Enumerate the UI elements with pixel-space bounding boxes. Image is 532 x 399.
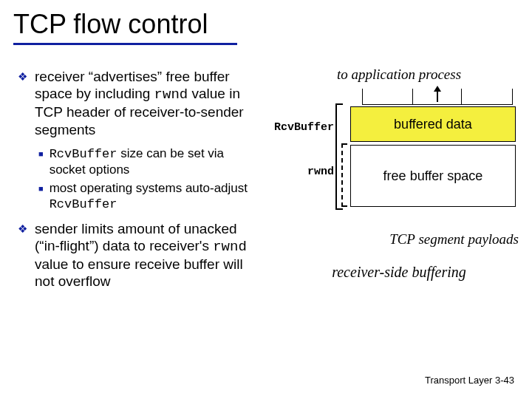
free-buffer-label: free buffer space bbox=[383, 168, 483, 184]
slide-footer: Transport Layer 3-43 bbox=[425, 375, 514, 386]
bullet-1-text: receiver “advertises” free buffer space … bbox=[35, 68, 262, 138]
svg-marker-1 bbox=[434, 86, 441, 92]
buffered-data-label: buffered data bbox=[394, 117, 472, 132]
rcvbuffer-label: RcvBuffer bbox=[273, 121, 334, 134]
square-bullet-icon: ■ bbox=[38, 149, 44, 160]
diamond-bullet-icon: ❖ bbox=[18, 70, 27, 83]
bullet-1: ❖ receiver “advertises” free buffer spac… bbox=[18, 68, 262, 138]
bullet-2: ❖ sender limits amount of unacked (“in-f… bbox=[18, 220, 262, 290]
up-arrow-icon bbox=[432, 86, 443, 103]
to-application-label: to application process bbox=[273, 66, 525, 83]
buffered-data-box: buffered data bbox=[350, 106, 516, 142]
bracket-rwnd-icon bbox=[341, 143, 347, 207]
page-title: TCP flow control bbox=[13, 9, 237, 45]
left-column: ❖ receiver “advertises” free buffer spac… bbox=[18, 68, 262, 297]
bullet-2-text: sender limits amount of unacked (“in-fli… bbox=[35, 220, 262, 290]
sub-bullet-2: ■ most operating systems auto-adjust Rcv… bbox=[38, 180, 256, 213]
buffer-outflow-cap bbox=[362, 89, 513, 105]
free-buffer-box: free buffer space bbox=[350, 145, 516, 207]
square-bullet-icon: ■ bbox=[38, 184, 44, 194]
sub-bullet-1-text: RcvBuffer size can be set via socket opt… bbox=[50, 146, 256, 178]
buffer-diagram: RcvBuffer rwnd buffered data free buffer… bbox=[273, 89, 517, 225]
sub-bullet-1: ■ RcvBuffer size can be set via socket o… bbox=[38, 146, 256, 178]
diagram-caption: receiver-side buffering bbox=[273, 264, 525, 281]
right-column: to application process RcvBuffer rwnd bu… bbox=[273, 66, 525, 281]
footer-chapter: Transport Layer bbox=[425, 375, 492, 386]
footer-page: 3-43 bbox=[495, 375, 514, 386]
diamond-bullet-icon: ❖ bbox=[18, 222, 27, 236]
tcp-segment-payloads-label: TCP segment payloads bbox=[273, 231, 525, 248]
sub-bullet-2-text: most operating systems auto-adjust RcvBu… bbox=[50, 180, 256, 213]
rwnd-label: rwnd bbox=[273, 166, 334, 178]
